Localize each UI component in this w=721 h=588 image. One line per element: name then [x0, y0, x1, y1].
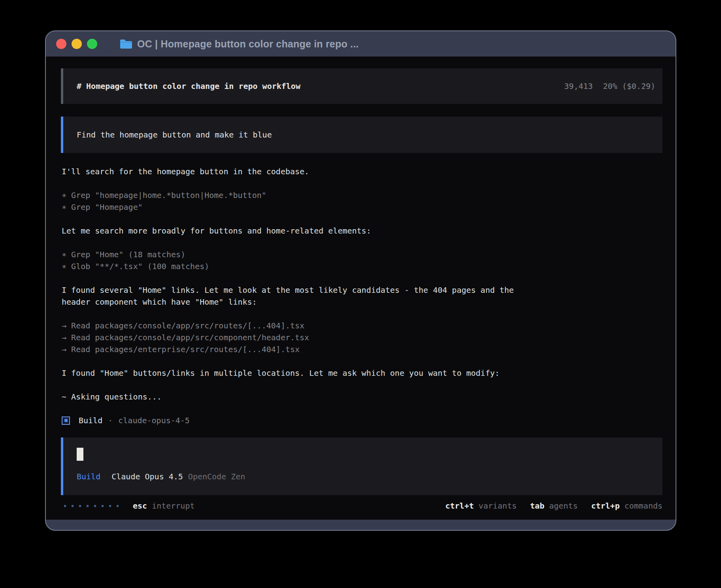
token-count: 39,413: [564, 80, 593, 92]
line-text: I'll search for the homepage button in t…: [62, 167, 309, 176]
tool-call-line: → Read packages/enterprise/src/routes/[.…: [62, 343, 523, 355]
spinner-dot: [94, 505, 96, 507]
assistant-paragraph: Let me search more broadly for buttons a…: [62, 225, 662, 237]
spinner-dot: [102, 505, 104, 507]
zoom-button[interactable]: [87, 39, 97, 49]
shortcut-key: ctrl+p: [591, 500, 619, 512]
window-title: OC | Homepage button color change in rep…: [137, 38, 359, 50]
line-text: Read packages/console/app/src/component/…: [71, 333, 309, 342]
shortcut-label: commands: [625, 500, 662, 512]
tool-call-line: ∗ Glob "**/*.tsx" (100 matches): [62, 260, 523, 272]
assistant-paragraph: I found "Home" buttons/links in multiple…: [62, 367, 662, 379]
line-text: Grep "Home" (18 matches): [71, 250, 185, 259]
context-cost: 20% ($0.29): [603, 80, 655, 92]
esc-key-label: esc: [133, 500, 147, 512]
task-model-name: claude-opus-4-5: [118, 415, 190, 426]
interrupt-label: interrupt: [152, 500, 194, 512]
shortcut-key: tab: [530, 500, 544, 512]
assistant-text: Let me search more broadly for buttons a…: [62, 225, 523, 237]
user-message-text: Find the homepage button and make it blu…: [77, 129, 272, 141]
spinner-dot: [109, 505, 111, 507]
spinner-dot: [117, 505, 119, 507]
tool-call-group: ∗ Grep "Home" (18 matches)∗ Glob "**/*.t…: [62, 249, 662, 272]
tool-call-line: → Read packages/console/app/src/componen…: [62, 332, 523, 343]
assistant-paragraph: I found several "Home" links. Let me loo…: [62, 284, 662, 308]
read-arrow-icon: →: [62, 333, 71, 342]
shortcut-hint-commands: ctrl+pcommands: [591, 500, 662, 512]
close-button[interactable]: [56, 39, 66, 49]
assistant-paragraph: ~ Asking questions...: [62, 391, 662, 403]
assistant-text: ~ Asking questions...: [62, 391, 523, 403]
line-text: Grep "Homepage": [71, 202, 143, 212]
tool-call-line: ∗ Grep "homepage|home.*button|Home.*butt…: [62, 189, 523, 201]
line-text: Glob "**/*.tsx" (100 matches): [71, 262, 209, 271]
assistant-text: I'll search for the homepage button in t…: [62, 166, 523, 177]
spinner-dot: [64, 505, 66, 507]
prompt-input[interactable]: Build Claude Opus 4.5 OpenCode Zen: [61, 437, 662, 495]
line-text: I found several "Home" links. Let me loo…: [62, 285, 519, 307]
activity-spinner-dots: [64, 505, 119, 507]
read-arrow-icon: →: [62, 345, 71, 354]
line-text: ~ Asking questions...: [62, 392, 162, 401]
terminal-window: OC | Homepage button color change in rep…: [45, 30, 676, 531]
tool-call-line: ∗ Grep "Home" (18 matches): [62, 249, 523, 260]
window-title-group: OC | Homepage button color change in rep…: [120, 38, 359, 50]
read-arrow-icon: →: [62, 321, 71, 330]
input-agent-label[interactable]: Build: [77, 471, 100, 482]
agent-task-status: Build · claude-opus-4-5: [61, 415, 662, 426]
shortcut-label: variants: [479, 500, 517, 512]
shortcut-key: ctrl+t: [445, 500, 474, 512]
line-text: Let me search more broadly for buttons a…: [62, 226, 371, 236]
spinner-dot: [72, 505, 74, 507]
tool-call-group: → Read packages/console/app/src/routes/[…: [62, 320, 662, 355]
line-text: Read packages/enterprise/src/routes/[...…: [71, 345, 300, 354]
assistant-conversation: I'll search for the homepage button in t…: [61, 166, 662, 403]
text-cursor: [77, 448, 83, 461]
shortcut-hint-variants: ctrl+tvariants: [445, 500, 517, 512]
line-text: Grep "homepage|home.*button|Home.*button…: [71, 190, 266, 200]
shortcut-label: agents: [549, 500, 578, 512]
session-stats: 39,413 20% ($0.29): [564, 80, 655, 92]
interrupt-hint: esc interrupt: [133, 500, 195, 512]
tool-asterisk-icon: ∗: [62, 250, 71, 259]
spinner-dot: [87, 505, 89, 507]
folder-icon: [120, 39, 132, 49]
line-text: I found "Home" buttons/links in multiple…: [62, 368, 500, 378]
user-message: Find the homepage button and make it blu…: [61, 117, 662, 153]
session-title: # Homepage button color change in repo w…: [77, 80, 300, 92]
tool-asterisk-icon: ∗: [62, 202, 71, 212]
window-titlebar[interactable]: OC | Homepage button color change in rep…: [46, 31, 676, 57]
task-agent-name: Build: [79, 415, 102, 426]
shortcut-hint-agents: tabagents: [530, 500, 578, 512]
tool-call-line: ∗ Grep "Homepage": [62, 201, 523, 213]
assistant-paragraph: I'll search for the homepage button in t…: [62, 166, 662, 177]
input-status-line: Build Claude Opus 4.5 OpenCode Zen: [77, 471, 655, 482]
terminal-content: # Homepage button color change in repo w…: [46, 57, 676, 520]
tool-asterisk-icon: ∗: [62, 190, 71, 200]
tool-call-group: ∗ Grep "homepage|home.*button|Home.*butt…: [62, 189, 662, 213]
spinner-dot: [79, 505, 81, 507]
tool-asterisk-icon: ∗: [62, 262, 71, 271]
traffic-lights: [56, 39, 97, 49]
line-text: Read packages/console/app/src/routes/[..…: [71, 321, 304, 330]
status-bar: esc interrupt ctrl+tvariantstabagentsctr…: [61, 500, 662, 512]
session-header: # Homepage button color change in repo w…: [61, 68, 662, 104]
assistant-text: I found "Home" buttons/links in multiple…: [62, 367, 523, 379]
tool-call-line: → Read packages/console/app/src/routes/[…: [62, 320, 523, 332]
agent-status-icon: [62, 416, 70, 425]
input-provider-label: OpenCode Zen: [188, 471, 245, 482]
input-model-label[interactable]: Claude Opus 4.5: [111, 471, 183, 482]
keyboard-shortcuts: ctrl+tvariantstabagentsctrl+pcommands: [445, 500, 662, 512]
minimize-button[interactable]: [72, 39, 82, 49]
assistant-text: I found several "Home" links. Let me loo…: [62, 284, 523, 308]
task-separator: ·: [108, 415, 113, 426]
